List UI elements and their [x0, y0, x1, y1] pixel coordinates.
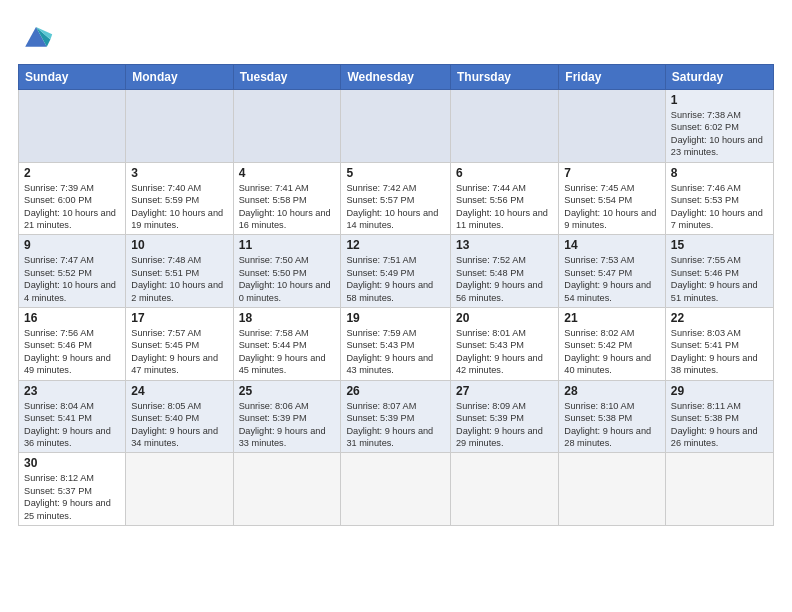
calendar-table: SundayMondayTuesdayWednesdayThursdayFrid…: [18, 64, 774, 526]
calendar-cell: 16Sunrise: 7:56 AM Sunset: 5:46 PM Dayli…: [19, 308, 126, 381]
day-info: Sunrise: 8:10 AM Sunset: 5:38 PM Dayligh…: [564, 400, 660, 450]
day-number: 6: [456, 166, 553, 180]
day-number: 14: [564, 238, 660, 252]
day-info: Sunrise: 8:06 AM Sunset: 5:39 PM Dayligh…: [239, 400, 336, 450]
calendar-cell: [126, 90, 233, 163]
calendar-cell: 28Sunrise: 8:10 AM Sunset: 5:38 PM Dayli…: [559, 380, 666, 453]
calendar-cell: 24Sunrise: 8:05 AM Sunset: 5:40 PM Dayli…: [126, 380, 233, 453]
calendar-cell: 26Sunrise: 8:07 AM Sunset: 5:39 PM Dayli…: [341, 380, 451, 453]
calendar-week-row: 2Sunrise: 7:39 AM Sunset: 6:00 PM Daylig…: [19, 162, 774, 235]
day-info: Sunrise: 7:55 AM Sunset: 5:46 PM Dayligh…: [671, 254, 768, 304]
calendar-header-tuesday: Tuesday: [233, 65, 341, 90]
day-info: Sunrise: 7:38 AM Sunset: 6:02 PM Dayligh…: [671, 109, 768, 159]
day-number: 17: [131, 311, 227, 325]
calendar-cell: 19Sunrise: 7:59 AM Sunset: 5:43 PM Dayli…: [341, 308, 451, 381]
day-info: Sunrise: 8:09 AM Sunset: 5:39 PM Dayligh…: [456, 400, 553, 450]
calendar-cell: 21Sunrise: 8:02 AM Sunset: 5:42 PM Dayli…: [559, 308, 666, 381]
calendar-cell: [665, 453, 773, 526]
day-number: 26: [346, 384, 445, 398]
calendar-cell: 15Sunrise: 7:55 AM Sunset: 5:46 PM Dayli…: [665, 235, 773, 308]
day-info: Sunrise: 8:04 AM Sunset: 5:41 PM Dayligh…: [24, 400, 120, 450]
calendar-header-sunday: Sunday: [19, 65, 126, 90]
calendar-cell: 17Sunrise: 7:57 AM Sunset: 5:45 PM Dayli…: [126, 308, 233, 381]
day-info: Sunrise: 8:05 AM Sunset: 5:40 PM Dayligh…: [131, 400, 227, 450]
logo-icon: [18, 18, 54, 54]
day-number: 7: [564, 166, 660, 180]
calendar-cell: 9Sunrise: 7:47 AM Sunset: 5:52 PM Daylig…: [19, 235, 126, 308]
calendar-cell: 20Sunrise: 8:01 AM Sunset: 5:43 PM Dayli…: [451, 308, 559, 381]
calendar-week-row: 1Sunrise: 7:38 AM Sunset: 6:02 PM Daylig…: [19, 90, 774, 163]
day-info: Sunrise: 7:44 AM Sunset: 5:56 PM Dayligh…: [456, 182, 553, 232]
day-info: Sunrise: 7:58 AM Sunset: 5:44 PM Dayligh…: [239, 327, 336, 377]
day-info: Sunrise: 8:03 AM Sunset: 5:41 PM Dayligh…: [671, 327, 768, 377]
day-info: Sunrise: 7:39 AM Sunset: 6:00 PM Dayligh…: [24, 182, 120, 232]
day-info: Sunrise: 7:47 AM Sunset: 5:52 PM Dayligh…: [24, 254, 120, 304]
day-number: 29: [671, 384, 768, 398]
calendar-cell: 27Sunrise: 8:09 AM Sunset: 5:39 PM Dayli…: [451, 380, 559, 453]
day-number: 1: [671, 93, 768, 107]
calendar-cell: 29Sunrise: 8:11 AM Sunset: 5:38 PM Dayli…: [665, 380, 773, 453]
day-number: 10: [131, 238, 227, 252]
day-number: 20: [456, 311, 553, 325]
day-info: Sunrise: 7:51 AM Sunset: 5:49 PM Dayligh…: [346, 254, 445, 304]
day-number: 21: [564, 311, 660, 325]
day-info: Sunrise: 8:11 AM Sunset: 5:38 PM Dayligh…: [671, 400, 768, 450]
calendar-cell: 6Sunrise: 7:44 AM Sunset: 5:56 PM Daylig…: [451, 162, 559, 235]
calendar-cell: 7Sunrise: 7:45 AM Sunset: 5:54 PM Daylig…: [559, 162, 666, 235]
day-number: 9: [24, 238, 120, 252]
day-info: Sunrise: 7:41 AM Sunset: 5:58 PM Dayligh…: [239, 182, 336, 232]
calendar-cell: 1Sunrise: 7:38 AM Sunset: 6:02 PM Daylig…: [665, 90, 773, 163]
calendar-cell: [559, 453, 666, 526]
calendar-week-row: 16Sunrise: 7:56 AM Sunset: 5:46 PM Dayli…: [19, 308, 774, 381]
day-info: Sunrise: 8:07 AM Sunset: 5:39 PM Dayligh…: [346, 400, 445, 450]
day-info: Sunrise: 7:52 AM Sunset: 5:48 PM Dayligh…: [456, 254, 553, 304]
day-info: Sunrise: 7:46 AM Sunset: 5:53 PM Dayligh…: [671, 182, 768, 232]
calendar-cell: 2Sunrise: 7:39 AM Sunset: 6:00 PM Daylig…: [19, 162, 126, 235]
calendar-cell: 23Sunrise: 8:04 AM Sunset: 5:41 PM Dayli…: [19, 380, 126, 453]
day-number: 5: [346, 166, 445, 180]
calendar-header-saturday: Saturday: [665, 65, 773, 90]
calendar-cell: 11Sunrise: 7:50 AM Sunset: 5:50 PM Dayli…: [233, 235, 341, 308]
calendar-cell: [126, 453, 233, 526]
day-number: 12: [346, 238, 445, 252]
calendar-cell: [233, 453, 341, 526]
calendar-header-row: SundayMondayTuesdayWednesdayThursdayFrid…: [19, 65, 774, 90]
day-number: 15: [671, 238, 768, 252]
day-info: Sunrise: 7:53 AM Sunset: 5:47 PM Dayligh…: [564, 254, 660, 304]
day-info: Sunrise: 7:45 AM Sunset: 5:54 PM Dayligh…: [564, 182, 660, 232]
day-number: 13: [456, 238, 553, 252]
day-info: Sunrise: 7:50 AM Sunset: 5:50 PM Dayligh…: [239, 254, 336, 304]
calendar-cell: 22Sunrise: 8:03 AM Sunset: 5:41 PM Dayli…: [665, 308, 773, 381]
day-info: Sunrise: 8:01 AM Sunset: 5:43 PM Dayligh…: [456, 327, 553, 377]
calendar-header-thursday: Thursday: [451, 65, 559, 90]
calendar-cell: [559, 90, 666, 163]
day-number: 30: [24, 456, 120, 470]
day-info: Sunrise: 7:59 AM Sunset: 5:43 PM Dayligh…: [346, 327, 445, 377]
calendar-cell: [451, 90, 559, 163]
day-number: 11: [239, 238, 336, 252]
calendar-week-row: 9Sunrise: 7:47 AM Sunset: 5:52 PM Daylig…: [19, 235, 774, 308]
calendar-cell: 5Sunrise: 7:42 AM Sunset: 5:57 PM Daylig…: [341, 162, 451, 235]
calendar-cell: [451, 453, 559, 526]
calendar-cell: [19, 90, 126, 163]
calendar-cell: 14Sunrise: 7:53 AM Sunset: 5:47 PM Dayli…: [559, 235, 666, 308]
calendar-cell: [341, 90, 451, 163]
calendar-cell: 18Sunrise: 7:58 AM Sunset: 5:44 PM Dayli…: [233, 308, 341, 381]
calendar-cell: 10Sunrise: 7:48 AM Sunset: 5:51 PM Dayli…: [126, 235, 233, 308]
calendar-week-row: 30Sunrise: 8:12 AM Sunset: 5:37 PM Dayli…: [19, 453, 774, 526]
page: SundayMondayTuesdayWednesdayThursdayFrid…: [0, 0, 792, 612]
calendar-cell: 12Sunrise: 7:51 AM Sunset: 5:49 PM Dayli…: [341, 235, 451, 308]
day-number: 23: [24, 384, 120, 398]
day-number: 22: [671, 311, 768, 325]
day-number: 18: [239, 311, 336, 325]
day-info: Sunrise: 7:42 AM Sunset: 5:57 PM Dayligh…: [346, 182, 445, 232]
logo: [18, 18, 60, 54]
day-info: Sunrise: 7:56 AM Sunset: 5:46 PM Dayligh…: [24, 327, 120, 377]
day-number: 25: [239, 384, 336, 398]
calendar-cell: 25Sunrise: 8:06 AM Sunset: 5:39 PM Dayli…: [233, 380, 341, 453]
calendar-cell: [233, 90, 341, 163]
day-number: 24: [131, 384, 227, 398]
header: [18, 18, 774, 54]
calendar-cell: 30Sunrise: 8:12 AM Sunset: 5:37 PM Dayli…: [19, 453, 126, 526]
day-number: 16: [24, 311, 120, 325]
